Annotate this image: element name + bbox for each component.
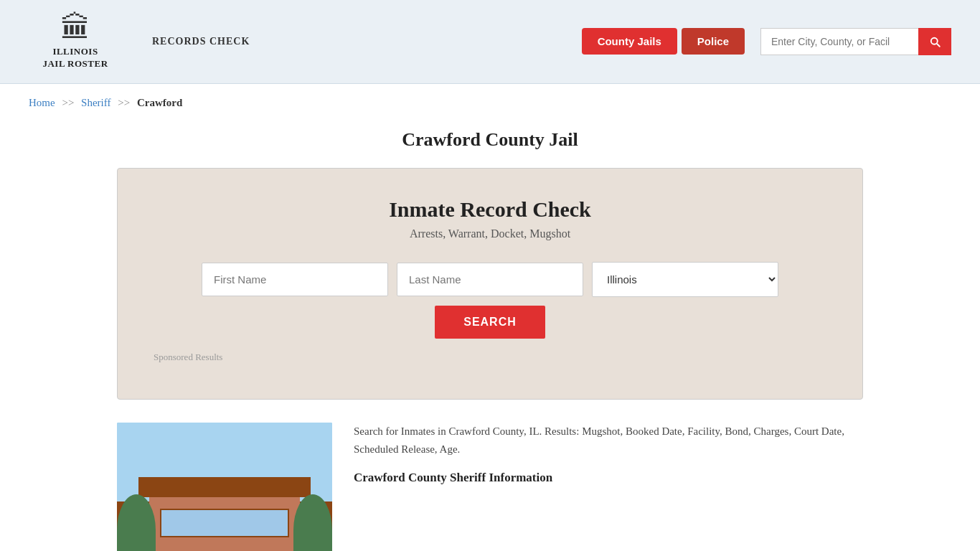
- breadcrumb-sep2: >>: [118, 97, 130, 108]
- logo-flag-icon: 🏛: [60, 13, 90, 43]
- content-section: Search for Inmates in Crawford County, I…: [88, 423, 892, 551]
- first-name-input[interactable]: [202, 263, 388, 296]
- header-search-button[interactable]: [918, 28, 951, 55]
- breadcrumb-current: Crawford: [137, 97, 182, 108]
- facility-image: [117, 423, 332, 551]
- last-name-input[interactable]: [397, 263, 583, 296]
- logo-text: ILLINOIS JAIL ROSTER: [42, 46, 108, 70]
- breadcrumb: Home >> Sheriff >> Crawford: [0, 84, 980, 122]
- sponsored-results-label: Sponsored Results: [154, 352, 826, 363]
- breadcrumb-sep1: >>: [62, 97, 74, 108]
- breadcrumb-sheriff[interactable]: Sheriff: [81, 97, 110, 108]
- state-select[interactable]: AlabamaAlaskaArizonaArkansasCaliforniaCo…: [592, 262, 778, 297]
- content-subheading: Crawford County Sheriff Information: [354, 471, 863, 485]
- site-header: 🏛 ILLINOIS JAIL ROSTER RECORDS CHECK Cou…: [0, 0, 980, 84]
- record-check-subtitle: Arrests, Warrant, Docket, Mugshot: [154, 227, 826, 240]
- breadcrumb-home[interactable]: Home: [29, 97, 55, 108]
- main-nav: County Jails Police: [582, 28, 951, 55]
- header-search-input[interactable]: [760, 28, 918, 55]
- records-check-link[interactable]: RECORDS CHECK: [152, 36, 250, 47]
- site-logo[interactable]: 🏛 ILLINOIS JAIL ROSTER: [29, 13, 122, 70]
- content-description: Search for Inmates in Crawford County, I…: [354, 423, 863, 459]
- search-icon: [928, 35, 941, 48]
- record-check-box: Inmate Record Check Arrests, Warrant, Do…: [117, 168, 863, 400]
- record-check-form: AlabamaAlaskaArizonaArkansasCaliforniaCo…: [154, 262, 826, 339]
- main-search-button[interactable]: SEARCH: [435, 306, 545, 339]
- page-title-section: Crawford County Jail: [0, 122, 980, 168]
- police-button[interactable]: Police: [682, 28, 745, 55]
- header-search-bar: [760, 28, 951, 55]
- content-text: Search for Inmates in Crawford County, I…: [354, 423, 863, 485]
- county-jails-button[interactable]: County Jails: [582, 28, 677, 55]
- page-title: Crawford County Jail: [29, 129, 951, 151]
- record-check-title: Inmate Record Check: [154, 197, 826, 222]
